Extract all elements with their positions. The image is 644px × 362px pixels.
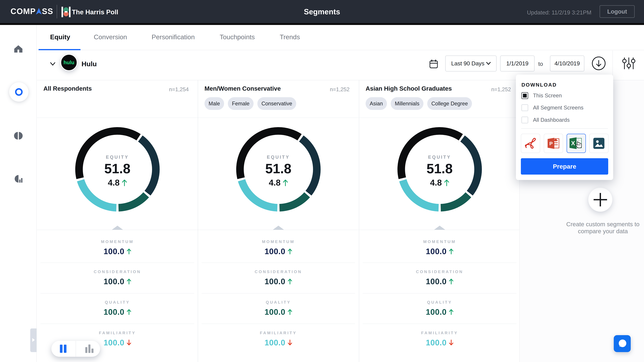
- svg-text:P: P: [549, 141, 553, 146]
- svg-text:X: X: [571, 140, 575, 146]
